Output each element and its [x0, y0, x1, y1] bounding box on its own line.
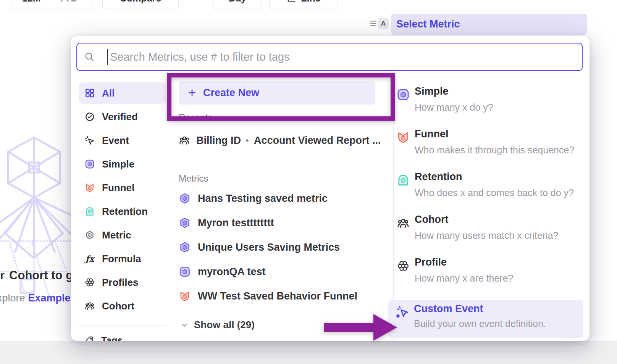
chart-type-label: Line — [301, 0, 320, 4]
metric-item-label: WW Test Saved Behavior Funnel — [198, 290, 357, 302]
search-icon — [84, 52, 95, 62]
metric-list-item[interactable]: Unique Users Saving Metrics — [179, 239, 340, 256]
drag-handle-icon[interactable] — [370, 20, 377, 27]
cohort-people-icon — [84, 301, 95, 311]
sidebar-item-label: Profiles — [102, 277, 138, 288]
app-screen: 12M YTD Compare Day Line A Select Metric — [0, 0, 617, 364]
sidebar-item-tags-clipped[interactable]: Tags — [79, 333, 166, 341]
search-placeholder: Search Metrics, use # to filter to tags — [110, 51, 290, 63]
cohort-people-icon — [179, 135, 190, 146]
sidebar-item-event[interactable]: Event — [79, 130, 166, 151]
text-cursor — [107, 49, 108, 65]
sidebar-item-label: Event — [102, 135, 129, 147]
annotation-rectangle — [167, 73, 395, 121]
sidebar-item-cohort[interactable]: Cohort — [79, 295, 166, 317]
metric-list-item[interactable]: Myron testttttttt — [179, 214, 274, 231]
type-title: Funnel — [415, 128, 449, 140]
line-chart-icon — [286, 0, 296, 3]
interval-button[interactable]: Day — [213, 0, 262, 9]
range-12m-button[interactable]: 12M — [11, 0, 52, 9]
metric-item-label: Hans Testing saved metric — [198, 193, 328, 205]
example-link[interactable]: Example — [28, 292, 71, 304]
retention-arch-icon — [84, 206, 95, 217]
sidebar-item-label: Metric — [102, 229, 131, 241]
funnel-icon — [396, 130, 410, 144]
verified-badge-icon — [84, 111, 95, 122]
profiles-cluster-icon — [397, 259, 410, 272]
event-cursor-icon — [84, 135, 95, 146]
retention-arch-icon — [396, 173, 410, 187]
type-title: Cohort — [415, 214, 448, 225]
metric-list-item[interactable]: WW Test Saved Behavior Funnel — [179, 288, 357, 304]
compare-label: Compare — [120, 0, 161, 4]
chevron-down-icon — [180, 321, 189, 329]
series-badge: A — [378, 18, 389, 29]
metric-item-label: Unique Users Saving Metrics — [198, 242, 340, 253]
background-link-prefix: xplore — [0, 292, 25, 304]
sidebar-item-funnel[interactable]: Funnel — [79, 177, 166, 198]
metric-list-item[interactable]: myronQA test — [179, 263, 266, 280]
sidebar-item-profiles[interactable]: Profiles — [79, 272, 166, 293]
metric-item-label: myronQA test — [198, 266, 266, 278]
sidebar-item-formula[interactable]: ƒx Formula — [79, 248, 166, 269]
type-title: Custom Event — [414, 303, 483, 315]
range-ytd-button[interactable]: YTD — [52, 0, 93, 9]
date-range-control[interactable]: 12M YTD — [11, 0, 93, 9]
select-metric-label: Select Metric — [396, 18, 460, 30]
cohort-people-icon — [397, 217, 410, 230]
show-all-button[interactable]: Show all (29) — [180, 319, 255, 331]
range-12m-label: 12M — [22, 0, 41, 4]
sidebar-item-label: Funnel — [102, 182, 134, 194]
sidebar-section-divider — [79, 325, 167, 325]
compare-button[interactable]: Compare — [102, 0, 179, 9]
saved-metric-hexagon-icon — [179, 217, 191, 229]
chart-type-button[interactable]: Line — [269, 0, 338, 9]
sidebar-item-label: Cohort — [102, 300, 134, 312]
panel-divider — [369, 0, 369, 36]
sidebar-item-label: Verified — [102, 111, 138, 123]
sidebar-item-metric[interactable]: Metric — [79, 224, 166, 246]
type-description: Who makes it through this sequence? — [415, 145, 574, 156]
recent-item[interactable]: Billing ID Account Viewed Report ... — [179, 132, 381, 149]
search-input[interactable]: Search Metrics, use # to filter to tags — [76, 43, 583, 71]
type-option-cohort[interactable]: Cohort How many users match x criteria? — [396, 214, 583, 249]
saved-metric-hexagon-icon — [179, 192, 191, 205]
clipped-letter-fragment: r — [0, 269, 5, 282]
sidebar-item-label: Simple — [102, 158, 134, 170]
select-metric-pill[interactable]: Select Metric — [391, 14, 587, 35]
series-badge-label: A — [381, 20, 386, 27]
recent-item-secondary: Account Viewed Report ... — [254, 135, 381, 147]
simple-square-icon — [179, 266, 191, 278]
type-description: How many x are there? — [415, 273, 513, 284]
sidebar-item-all[interactable]: All — [79, 82, 166, 104]
interval-label: Day — [229, 0, 246, 4]
tag-icon — [84, 335, 94, 341]
sidebar-item-verified[interactable]: Verified — [79, 106, 166, 127]
type-title: Retention — [415, 171, 462, 183]
formula-fx-icon: ƒx — [84, 253, 95, 264]
background-heading-text: Cohort to ge — [9, 269, 79, 282]
annotation-arrow — [324, 323, 374, 332]
annotation-arrow-head — [373, 314, 397, 341]
sidebar-item-retention[interactable]: Retention — [79, 201, 166, 222]
metric-hexagon-icon — [84, 230, 95, 240]
type-description: Who does x and comes back to do y? — [415, 187, 574, 198]
metric-list-item[interactable]: Hans Testing saved metric — [179, 190, 328, 207]
custom-event-cursor-icon — [396, 305, 409, 319]
profiles-cluster-icon — [84, 277, 95, 288]
type-option-simple[interactable]: Simple How many x do y? — [396, 85, 583, 121]
type-description: Build your own event definition. — [414, 318, 546, 329]
wireframe-illustration — [0, 127, 78, 314]
sidebar-item-simple[interactable]: Simple — [79, 153, 166, 175]
type-description: How many users match x criteria? — [415, 230, 559, 241]
saved-metric-hexagon-icon — [179, 241, 191, 253]
type-option-profile[interactable]: Profile How many x are there? — [396, 256, 583, 292]
sidebar-item-label: Tags — [101, 335, 123, 341]
type-option-retention[interactable]: Retention Who does x and comes back to d… — [396, 171, 583, 206]
type-option-funnel[interactable]: Funnel Who makes it through this sequenc… — [396, 128, 583, 163]
type-option-custom-event[interactable]: Custom Event Build your own event defini… — [388, 300, 583, 338]
type-description: How many x do y? — [415, 102, 493, 113]
funnel-icon — [179, 290, 191, 302]
sidebar-item-label: All — [102, 87, 115, 99]
simple-square-icon — [84, 159, 95, 169]
